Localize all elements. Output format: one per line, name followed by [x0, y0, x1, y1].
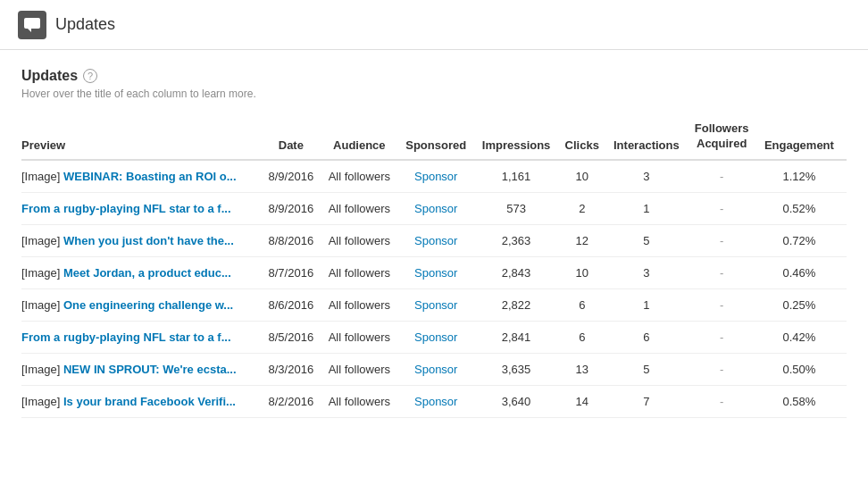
- cell-followers-acquired: -: [692, 256, 761, 288]
- preview-link[interactable]: Is your brand Facebook Verifi...: [63, 395, 236, 408]
- page-title: Updates: [55, 15, 115, 34]
- table-header: Preview Date Audience Sponsored Impressi…: [21, 114, 847, 160]
- svg-rect-0: [24, 18, 40, 29]
- cell-engagement: 0.25%: [761, 288, 847, 321]
- preview-link[interactable]: Meet Jordan, a product educ...: [63, 266, 231, 280]
- col-preview: Preview: [21, 114, 266, 160]
- cell-sponsored[interactable]: Sponsor: [403, 288, 479, 321]
- col-impressions: Impressions: [479, 114, 563, 160]
- main-content: Updates ? Hover over the title of each c…: [0, 50, 868, 485]
- cell-engagement: 0.72%: [761, 224, 847, 256]
- table-row: [Image] Meet Jordan, a product educ...8/…: [21, 256, 847, 288]
- help-icon[interactable]: ?: [83, 69, 97, 83]
- cell-audience: All followers: [325, 321, 403, 353]
- col-sponsored: Sponsored: [403, 114, 479, 160]
- table-row: [Image] WEBINAR: Boasting an ROI o...8/9…: [21, 160, 847, 193]
- cell-followers-acquired: -: [692, 192, 761, 224]
- cell-followers-acquired: -: [692, 321, 761, 353]
- sponsor-link[interactable]: Sponsor: [414, 202, 457, 215]
- cell-date: 8/7/2016: [266, 256, 325, 288]
- sponsor-link[interactable]: Sponsor: [414, 170, 457, 183]
- cell-audience: All followers: [325, 160, 403, 193]
- cell-sponsored[interactable]: Sponsor: [403, 192, 479, 224]
- cell-clicks: 10: [563, 256, 610, 288]
- cell-interactions: 6: [610, 321, 691, 353]
- cell-followers-acquired: -: [692, 160, 761, 193]
- cell-clicks: 13: [563, 353, 610, 385]
- cell-preview: [Image] WEBINAR: Boasting an ROI o...: [21, 160, 266, 193]
- cell-date: 8/9/2016: [266, 160, 325, 193]
- updates-table: Preview Date Audience Sponsored Impressi…: [21, 114, 847, 418]
- col-interactions: Interactions: [610, 114, 691, 160]
- preview-link[interactable]: From a rugby-playing NFL star to a f...: [21, 330, 231, 344]
- cell-clicks: 12: [563, 224, 610, 256]
- sponsor-link[interactable]: Sponsor: [414, 234, 457, 247]
- cell-sponsored[interactable]: Sponsor: [403, 224, 479, 256]
- preview-prefix: [Image]: [21, 266, 63, 280]
- col-date: Date: [266, 114, 325, 160]
- sponsor-link[interactable]: Sponsor: [414, 266, 457, 280]
- table-row: From a rugby-playing NFL star to a f...8…: [21, 321, 847, 353]
- cell-sponsored[interactable]: Sponsor: [403, 256, 479, 288]
- preview-link[interactable]: From a rugby-playing NFL star to a f...: [21, 202, 231, 215]
- cell-date: 8/2/2016: [266, 385, 325, 417]
- cell-followers-acquired: -: [692, 224, 761, 256]
- preview-prefix: [Image]: [21, 395, 63, 408]
- preview-link[interactable]: When you just don't have the...: [63, 234, 234, 247]
- cell-followers-acquired: -: [692, 353, 761, 385]
- svg-marker-1: [28, 29, 31, 32]
- section-header: Updates ?: [21, 68, 847, 84]
- cell-preview: [Image] Meet Jordan, a product educ...: [21, 256, 266, 288]
- sponsor-link[interactable]: Sponsor: [414, 363, 457, 376]
- table-row: [Image] One engineering challenge w...8/…: [21, 288, 847, 321]
- updates-icon: [18, 11, 46, 39]
- cell-sponsored[interactable]: Sponsor: [403, 385, 479, 417]
- cell-audience: All followers: [325, 192, 403, 224]
- table-row: From a rugby-playing NFL star to a f...8…: [21, 192, 847, 224]
- cell-impressions: 1,161: [479, 160, 563, 193]
- table-row: [Image] NEW IN SPROUT: We're ecsta...8/3…: [21, 353, 847, 385]
- preview-link[interactable]: One engineering challenge w...: [63, 298, 233, 312]
- preview-prefix: [Image]: [21, 298, 63, 312]
- cell-impressions: 2,822: [479, 288, 563, 321]
- col-audience: Audience: [325, 114, 403, 160]
- table-body: [Image] WEBINAR: Boasting an ROI o...8/9…: [21, 160, 847, 418]
- cell-interactions: 5: [610, 224, 691, 256]
- table-row: [Image] Is your brand Facebook Verifi...…: [21, 385, 847, 417]
- cell-impressions: 2,843: [479, 256, 563, 288]
- cell-engagement: 1.12%: [761, 160, 847, 193]
- col-clicks: Clicks: [563, 114, 610, 160]
- preview-prefix: [Image]: [21, 363, 63, 376]
- subtitle: Hover over the title of each column to l…: [21, 88, 847, 100]
- cell-impressions: 2,841: [479, 321, 563, 353]
- cell-clicks: 6: [563, 288, 610, 321]
- cell-impressions: 3,640: [479, 385, 563, 417]
- cell-followers-acquired: -: [692, 385, 761, 417]
- col-engagement: Engagement: [761, 114, 847, 160]
- cell-preview: [Image] NEW IN SPROUT: We're ecsta...: [21, 353, 266, 385]
- preview-link[interactable]: WEBINAR: Boasting an ROI o...: [63, 170, 237, 183]
- cell-impressions: 573: [479, 192, 563, 224]
- sponsor-link[interactable]: Sponsor: [414, 395, 457, 408]
- sponsor-link[interactable]: Sponsor: [414, 330, 457, 344]
- preview-link[interactable]: NEW IN SPROUT: We're ecsta...: [63, 363, 237, 376]
- cell-preview: [Image] One engineering challenge w...: [21, 288, 266, 321]
- cell-sponsored[interactable]: Sponsor: [403, 353, 479, 385]
- cell-preview: [Image] Is your brand Facebook Verifi...: [21, 385, 266, 417]
- table-row: [Image] When you just don't have the...8…: [21, 224, 847, 256]
- cell-audience: All followers: [325, 224, 403, 256]
- cell-audience: All followers: [325, 256, 403, 288]
- cell-date: 8/9/2016: [266, 192, 325, 224]
- cell-engagement: 0.50%: [761, 353, 847, 385]
- cell-clicks: 6: [563, 321, 610, 353]
- cell-interactions: 3: [610, 160, 691, 193]
- cell-interactions: 3: [610, 256, 691, 288]
- cell-engagement: 0.46%: [761, 256, 847, 288]
- cell-sponsored[interactable]: Sponsor: [403, 160, 479, 193]
- preview-prefix: [Image]: [21, 234, 63, 247]
- sponsor-link[interactable]: Sponsor: [414, 298, 457, 312]
- cell-date: 8/5/2016: [266, 321, 325, 353]
- cell-engagement: 0.58%: [761, 385, 847, 417]
- cell-sponsored[interactable]: Sponsor: [403, 321, 479, 353]
- col-followers-acquired: FollowersAcquired: [692, 114, 761, 160]
